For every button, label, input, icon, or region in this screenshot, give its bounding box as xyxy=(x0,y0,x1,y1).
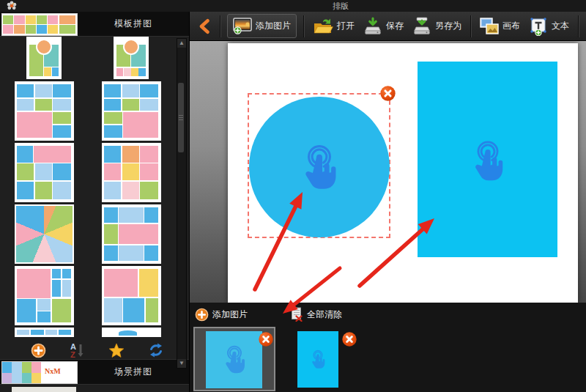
template-sidebar: 模板拼图 ▲ ▼ A Z xyxy=(0,12,190,392)
template-circle-cell xyxy=(36,39,52,55)
scene-section-header[interactable]: NxM 场景拼图 xyxy=(0,359,189,385)
template-cell xyxy=(59,15,75,24)
template-cell xyxy=(37,15,47,24)
remove-thumbnail-button[interactable] xyxy=(258,331,273,347)
circle-image-placeholder[interactable] xyxy=(249,97,390,237)
template-section-preview xyxy=(1,13,78,36)
template-thumbnail[interactable] xyxy=(16,267,73,324)
template-thumbnail[interactable] xyxy=(16,144,73,201)
image-thumbnail-selected[interactable] xyxy=(193,327,275,391)
template-cell xyxy=(104,245,117,262)
template-cell xyxy=(17,182,34,200)
template-cell xyxy=(138,68,146,76)
template-cell xyxy=(53,163,71,180)
layout-canvas[interactable] xyxy=(228,43,578,303)
open-button[interactable]: 打开 xyxy=(311,16,357,37)
template-thumbnail[interactable] xyxy=(16,329,73,336)
save-button[interactable]: 保存 xyxy=(361,15,406,37)
template-cell xyxy=(104,224,117,245)
template-cell xyxy=(31,330,44,335)
clear-all-button[interactable]: 全部清除 xyxy=(290,307,342,322)
add-image-button[interactable]: 添加图片 xyxy=(227,14,297,38)
scroll-down-icon[interactable]: ▼ xyxy=(177,359,186,368)
remove-circle-image-button[interactable] xyxy=(380,86,396,101)
workspace-background xyxy=(190,41,586,303)
save-drive-icon xyxy=(363,17,382,36)
template-cell xyxy=(140,163,158,180)
sidebar-toolbar: A Z xyxy=(0,341,189,359)
template-cell xyxy=(104,182,121,200)
template-cell xyxy=(37,299,51,310)
template-cell xyxy=(119,207,144,223)
template-cell xyxy=(104,112,122,124)
toolbar-separator xyxy=(303,15,304,37)
template-cell xyxy=(119,245,144,262)
back-button[interactable] xyxy=(196,17,213,36)
sort-az-button[interactable]: A Z xyxy=(70,342,84,358)
tray-add-image-button[interactable]: 添加图片 xyxy=(195,308,248,322)
template-cell xyxy=(122,163,139,180)
template-cell xyxy=(140,84,158,97)
add-template-button[interactable] xyxy=(31,343,46,358)
tray-add-image-label: 添加图片 xyxy=(212,308,248,321)
template-cell xyxy=(17,84,34,97)
refresh-button[interactable] xyxy=(148,342,164,358)
template-cell xyxy=(52,67,59,76)
toolbar-separator xyxy=(470,15,471,37)
template-cell xyxy=(104,99,121,111)
template-cell xyxy=(62,269,71,279)
template-section-header[interactable]: 模板拼图 xyxy=(0,12,189,37)
canvas-button[interactable]: 画布 xyxy=(478,16,522,37)
image-tray-panel: 添加图片 全部清除 xyxy=(190,303,586,392)
template-thumbnail[interactable] xyxy=(28,38,60,78)
template-cell xyxy=(53,182,71,200)
template-cell xyxy=(17,99,34,111)
template-thumbnail[interactable] xyxy=(103,206,160,262)
main-area: 添加图片 打开 xyxy=(190,12,586,392)
open-label: 打开 xyxy=(337,20,355,32)
save-as-drive-icon xyxy=(412,17,431,36)
template-cell xyxy=(3,25,13,34)
image-thumbnail[interactable] xyxy=(297,331,338,388)
template-cell xyxy=(45,330,58,335)
add-plus-icon xyxy=(195,308,209,322)
template-thumbnail[interactable] xyxy=(103,267,160,324)
template-thumbnail[interactable] xyxy=(103,83,160,139)
canvas-label: 画布 xyxy=(502,20,520,32)
rect-image-placeholder[interactable] xyxy=(418,62,557,257)
template-cell xyxy=(3,15,13,24)
template-cell xyxy=(116,68,124,76)
next-section-preview-partial[interactable] xyxy=(12,387,76,392)
template-cell xyxy=(22,373,31,384)
favorite-star-button[interactable] xyxy=(108,343,125,358)
sidebar-scrollbar[interactable]: ▲ ▼ xyxy=(177,38,187,369)
app-window: 排版 模板拼图 ▲ ▼ A Z xyxy=(0,0,586,392)
template-list xyxy=(0,37,189,341)
template-cell xyxy=(104,269,138,297)
text-button[interactable]: 文本 xyxy=(527,15,571,37)
toolbar-separator xyxy=(578,15,579,37)
template-thumbnail[interactable] xyxy=(16,206,73,262)
close-icon xyxy=(380,86,396,101)
open-folder-icon xyxy=(313,18,333,35)
template-cell xyxy=(59,330,71,335)
template-cell xyxy=(2,373,12,384)
add-image-label: 添加图片 xyxy=(256,20,291,32)
remove-thumbnail-button[interactable] xyxy=(341,331,357,347)
template-thumbnail[interactable] xyxy=(103,144,160,201)
template-cell xyxy=(48,15,58,24)
template-thumbnail[interactable] xyxy=(103,329,160,336)
scrollbar-thumb[interactable] xyxy=(178,83,184,152)
close-icon xyxy=(259,332,273,347)
template-cell xyxy=(17,112,52,138)
save-as-button[interactable]: 另存为 xyxy=(410,15,464,37)
template-thumbnail[interactable] xyxy=(16,83,73,139)
canvas-layers-icon xyxy=(480,18,499,35)
template-cell xyxy=(48,25,58,34)
tap-hand-icon xyxy=(309,350,327,371)
template-cell xyxy=(17,269,51,298)
template-cell xyxy=(104,146,121,163)
scroll-up-icon[interactable]: ▲ xyxy=(177,39,186,48)
template-cell xyxy=(22,362,31,373)
template-thumbnail[interactable] xyxy=(115,38,147,78)
